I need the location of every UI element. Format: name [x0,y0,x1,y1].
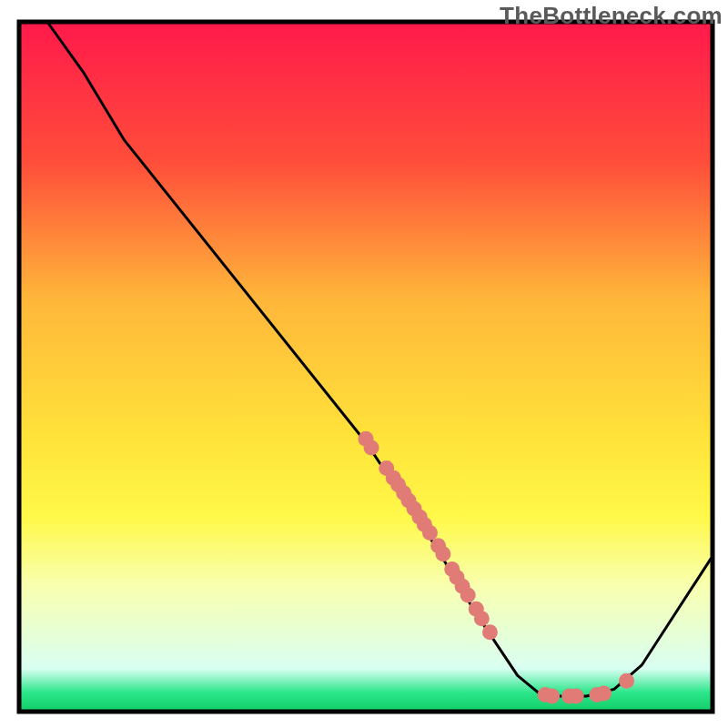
data-marker [569,688,584,703]
data-marker [474,611,490,626]
chart-container: TheBottleneck.com [0,0,728,728]
data-marker [596,685,612,701]
data-marker [482,624,498,640]
data-marker [619,673,634,689]
data-marker [435,546,450,561]
gradient-background [21,24,711,710]
data-marker [544,688,560,703]
data-marker [460,588,476,603]
data-marker [364,440,379,455]
bottleneck-chart [0,0,728,728]
attribution-watermark: TheBottleneck.com [500,2,723,30]
data-marker [422,525,438,541]
